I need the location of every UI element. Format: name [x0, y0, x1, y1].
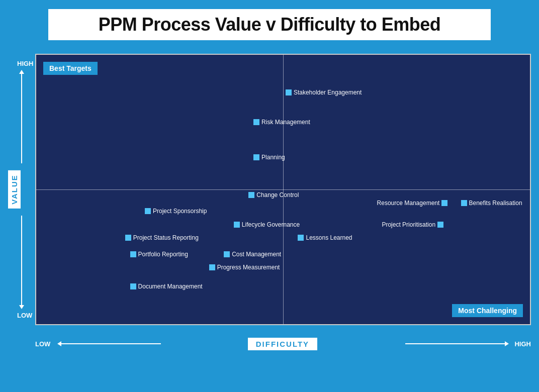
- data-point-change-control: Change Control: [248, 191, 299, 199]
- data-point-lessons-learned: Lessons Learned: [298, 234, 352, 241]
- data-point-project-status-reporting: Project Status Reporting: [125, 234, 199, 241]
- label-portfolio-reporting: Portfolio Reporting: [138, 251, 188, 258]
- x-low-label: LOW: [35, 340, 50, 348]
- data-point-resource-management: Resource Management: [377, 200, 448, 207]
- x-axis-label: DIFFICULTY: [248, 338, 317, 350]
- data-point-benefits-realisation: Benefits Realisation: [461, 200, 522, 207]
- x-axis-container: LOW DIFFICULTY HIGH: [8, 335, 531, 353]
- label-project-status-reporting: Project Status Reporting: [133, 234, 199, 241]
- label-document-management: Document Management: [138, 283, 203, 290]
- x-arrow-left: [60, 343, 161, 344]
- dot-project-sponsorship: [145, 208, 151, 214]
- dot-benefits-realisation: [461, 200, 467, 206]
- x-arrow-right: [405, 343, 506, 344]
- data-point-document-management: Document Management: [130, 283, 203, 290]
- label-project-sponsorship: Project Sponsorship: [153, 208, 207, 215]
- dot-resource-management: [441, 200, 447, 206]
- data-point-project-sponsorship: Project Sponsorship: [145, 208, 207, 215]
- data-point-stakeholder-engagement: Stakeholder Engagement: [286, 89, 362, 96]
- x-axis: LOW DIFFICULTY HIGH: [35, 335, 531, 353]
- dot-project-status-reporting: [125, 235, 131, 241]
- dot-change-control: [248, 192, 254, 198]
- label-lessons-learned: Lessons Learned: [306, 234, 352, 241]
- y-arrow-down: [21, 216, 22, 306]
- data-point-lifecycle-governance: Lifecycle Governance: [234, 221, 300, 228]
- v-divider: [283, 55, 284, 324]
- y-axis: HIGH VALUE LOW: [8, 54, 34, 325]
- plot-area: Best Targets Most Challenging Stakeholde…: [35, 54, 531, 325]
- dot-lifecycle-governance: [234, 222, 240, 228]
- dot-portfolio-reporting: [130, 251, 136, 257]
- label-cost-management: Cost Management: [232, 251, 281, 258]
- data-point-cost-management: Cost Management: [224, 251, 281, 258]
- y-low-label: LOW: [17, 312, 32, 319]
- y-arrow-up: [21, 73, 22, 163]
- x-high-label: HIGH: [514, 340, 531, 348]
- chart-area: HIGH VALUE LOW Best Targets Most Challen…: [8, 46, 531, 333]
- label-stakeholder-engagement: Stakeholder Engagement: [294, 89, 362, 96]
- dot-cost-management: [224, 251, 230, 257]
- label-resource-management: Resource Management: [377, 200, 440, 207]
- label-project-prioritisation: Project Prioritisation: [382, 221, 435, 228]
- data-point-risk-management: Risk Management: [253, 119, 310, 126]
- data-point-progress-measurement: Progress Measurement: [209, 264, 280, 271]
- dot-progress-measurement: [209, 264, 215, 270]
- dot-project-prioritisation: [437, 222, 443, 228]
- data-point-portfolio-reporting: Portfolio Reporting: [130, 251, 188, 258]
- dot-document-management: [130, 283, 136, 289]
- label-change-control: Change Control: [256, 191, 299, 199]
- page-title: PPM Process Value v Difficulty to Embed: [63, 14, 476, 35]
- label-progress-measurement: Progress Measurement: [217, 264, 280, 271]
- data-point-planning: Planning: [253, 154, 285, 161]
- dot-risk-management: [253, 119, 259, 125]
- label-benefits-realisation: Benefits Realisation: [469, 200, 522, 207]
- y-high-label: HIGH: [17, 60, 34, 67]
- y-axis-label: VALUE: [8, 170, 21, 209]
- most-challenging-badge: Most Challenging: [452, 304, 523, 317]
- dot-planning: [253, 154, 259, 160]
- label-risk-management: Risk Management: [261, 119, 310, 126]
- data-point-project-prioritisation: Project Prioritisation: [382, 221, 443, 228]
- dot-lessons-learned: [298, 235, 304, 241]
- title-container: PPM Process Value v Difficulty to Embed: [48, 9, 491, 40]
- best-targets-badge: Best Targets: [43, 62, 98, 75]
- label-lifecycle-governance: Lifecycle Governance: [242, 221, 300, 228]
- dot-stakeholder-engagement: [286, 89, 292, 95]
- label-planning: Planning: [261, 154, 285, 161]
